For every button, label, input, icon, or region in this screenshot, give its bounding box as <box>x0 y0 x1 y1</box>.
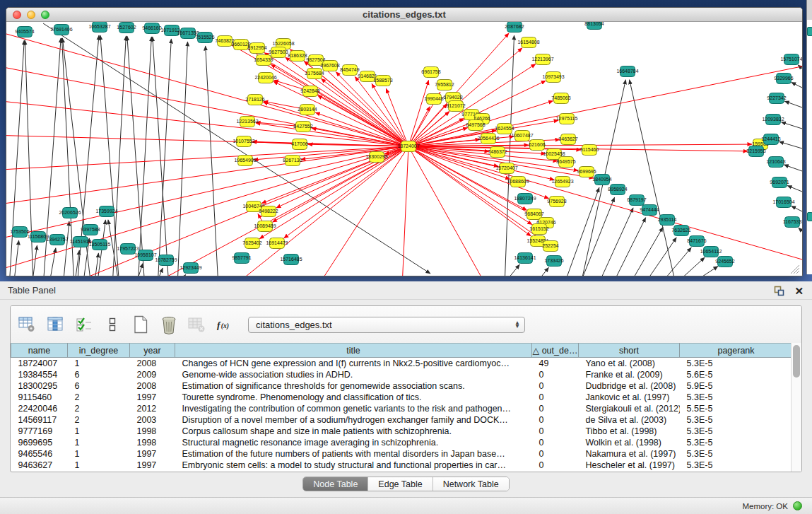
rows-icon[interactable] <box>102 315 122 334</box>
graph-node[interactable]: 8649575 <box>556 157 575 168</box>
table-cell[interactable]: 5.9E-5 <box>680 380 793 392</box>
table-row[interactable]: 911546021997Tourette syndrome. Phenomeno… <box>11 392 793 403</box>
graph-node[interactable]: 7625402 <box>242 238 261 249</box>
graph-node[interactable]: 9329966 <box>774 74 793 84</box>
graph-node[interactable]: 2718126 <box>245 95 264 105</box>
graph-node[interactable]: 7632621 <box>671 226 690 236</box>
table-cell[interactable]: 1997 <box>130 460 175 471</box>
graph-node[interactable]: 10958107 <box>134 250 156 261</box>
table-cell[interactable]: 1997 <box>130 448 175 460</box>
column-header-name[interactable]: name <box>11 344 68 358</box>
table-cell[interactable]: 0 <box>532 437 579 448</box>
scrollbar-thumb[interactable] <box>793 345 800 378</box>
graph-node[interactable]: 1527602 <box>117 23 136 33</box>
graph-node[interactable]: 8454749 <box>340 65 359 76</box>
table-cell[interactable]: 2 <box>68 403 130 414</box>
graph-node[interactable]: 2935114 <box>658 215 677 226</box>
table-cell[interactable]: 5.3E-5 <box>680 414 793 426</box>
minimize-window-button[interactable] <box>27 11 35 19</box>
graph-edge[interactable] <box>408 144 752 146</box>
table-cell[interactable]: Changes of HCN gene expression and I(f) … <box>175 358 532 369</box>
graph-node[interactable]: 9227342 <box>767 93 786 104</box>
table-row[interactable]: 946554611997Estimation of the future num… <box>11 448 793 460</box>
column-header-in_degree[interactable]: in_degree <box>68 344 130 358</box>
graph-edge[interactable] <box>408 80 429 146</box>
trash-icon[interactable] <box>159 315 178 334</box>
graph-node[interactable]: 1624554 <box>495 124 514 134</box>
graph-node[interactable]: 14136141 <box>514 253 536 264</box>
graph-node[interactable]: 9498222 <box>259 206 278 217</box>
graph-node[interactable]: 6961758 <box>421 67 440 78</box>
table-cell[interactable]: 1998 <box>130 437 175 448</box>
graph-node[interactable]: 1990448 <box>424 94 443 105</box>
table-cell[interactable]: 9777169 <box>11 426 68 437</box>
table-cell[interactable]: 9699695 <box>11 437 68 448</box>
graph-node[interactable]: 10653287 <box>88 22 110 33</box>
table-cell[interactable]: Dudbridge et al. (2008) <box>579 380 680 392</box>
graph-node[interactable]: 8958924 <box>608 185 627 195</box>
delete-table-icon[interactable] <box>187 315 206 334</box>
table-cell[interactable]: 0 <box>532 369 579 380</box>
function-icon[interactable]: f (x) <box>216 315 235 334</box>
column-header-title[interactable]: title <box>175 344 532 358</box>
table-row[interactable]: 946362711997Embryonic stem cells: a mode… <box>11 460 793 471</box>
table-cell[interactable]: Genome-wide association studies in ADHD. <box>175 369 532 380</box>
graph-node[interactable]: 1167533 <box>783 217 802 228</box>
graph-node[interactable]: 10107552 <box>233 136 254 147</box>
table-cell[interactable]: 2008 <box>130 358 175 369</box>
table-cell[interactable]: 2009 <box>130 369 175 380</box>
table-cell[interactable]: Jankovic et al. (1997) <box>579 392 680 403</box>
table-cell[interactable]: 9463627 <box>11 460 68 471</box>
graph-node[interactable]: 1840954 <box>592 175 611 185</box>
table-cell[interactable]: Wolkin et al. (1998) <box>579 437 680 448</box>
table-cell[interactable]: Stergiakouli et al. (2012) <box>579 403 680 414</box>
graph-node[interactable]: 417006 <box>291 139 307 150</box>
graph-node[interactable]: 8813054 <box>584 22 604 30</box>
graph-node[interactable]: 19654908 <box>234 156 256 166</box>
table-cell[interactable]: 2 <box>68 392 130 403</box>
new-document-icon[interactable] <box>131 315 150 334</box>
graph-node[interactable]: 7515526 <box>195 33 214 43</box>
graph-node[interactable]: 16914479 <box>266 238 288 249</box>
table-cell[interactable]: 0 <box>532 403 579 414</box>
column-header-pagerank[interactable]: pagerank <box>680 344 793 358</box>
graph-node[interactable]: 9474444 <box>640 205 659 216</box>
graph-node[interactable]: 17359924 <box>95 206 117 217</box>
table-cell[interactable]: Yano et al. (2008) <box>579 358 680 369</box>
table-cell[interactable]: 2012 <box>130 403 175 414</box>
graph-edge[interactable] <box>408 33 509 146</box>
table-cell[interactable]: 5.5E-5 <box>680 403 793 414</box>
graph-node[interactable]: 8471676 <box>687 236 706 247</box>
graph-node[interactable]: 12975115 <box>556 114 578 124</box>
table-cell[interactable]: 18300295 <box>11 380 68 392</box>
table-cell[interactable]: 0 <box>532 460 579 471</box>
graph-node[interactable]: 12213967 <box>531 54 553 65</box>
table-cell[interactable]: 49 <box>532 358 579 369</box>
graph-edge[interactable] <box>259 146 408 239</box>
table-cell[interactable]: 5.3E-5 <box>680 437 793 448</box>
graph-node[interactable]: 9405574 <box>15 27 34 37</box>
graph-node[interactable]: 9242848 <box>300 86 319 97</box>
table-scrollbar[interactable] <box>791 343 801 472</box>
table-cell[interactable]: 0 <box>532 414 579 426</box>
network-graph[interactable]: 9405574276914061065328715276029466160107… <box>6 22 802 276</box>
column-header-year[interactable]: year <box>130 344 175 358</box>
table-cell[interactable]: Corpus callosum shape and size in male p… <box>175 426 532 437</box>
table-cell[interactable]: 9115460 <box>11 392 68 403</box>
graph-node[interactable]: 2087682 <box>505 22 524 33</box>
graph-node[interactable]: 8912954 <box>247 43 266 54</box>
table-cell[interactable]: 0 <box>532 392 579 403</box>
table-cell[interactable]: Franke et al. (2009) <box>579 369 680 380</box>
table-cell[interactable]: 1 <box>68 437 130 448</box>
table-cell[interactable]: 2003 <box>130 414 175 426</box>
table-cell[interactable]: 5.3E-5 <box>680 392 793 403</box>
table-cell[interactable]: Estimation of the future numbers of pati… <box>175 448 532 460</box>
table-row[interactable]: 977716911998Corpus callosum shape and si… <box>11 426 793 437</box>
table-cell[interactable]: Nakamura et al. (1997) <box>579 448 680 460</box>
graph-node[interactable]: 9627503 <box>269 47 288 58</box>
table-cell[interactable]: 5.6E-5 <box>680 369 793 380</box>
graph-node[interactable]: 13505115 <box>89 240 111 250</box>
table-cell[interactable]: 0 <box>532 426 579 437</box>
network-canvas[interactable]: 9405574276914061065328715276029466160107… <box>6 22 802 276</box>
select-columns-icon[interactable] <box>46 315 65 334</box>
